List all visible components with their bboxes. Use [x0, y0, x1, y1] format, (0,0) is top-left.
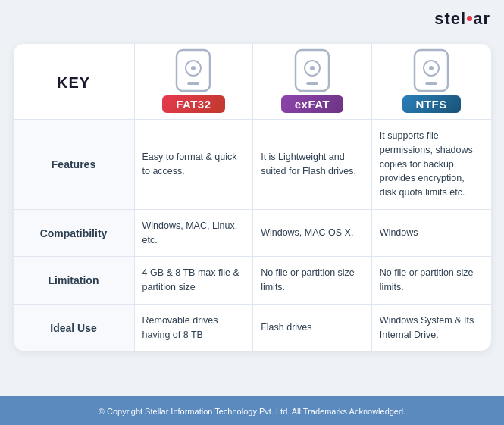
svg-point-10: [429, 66, 434, 70]
key-label: KEY: [57, 74, 90, 92]
data-cell: It supports file permissions, shadows co…: [372, 120, 491, 209]
key-cell: KEY: [14, 44, 135, 119]
fs-header-fat32: FAT32: [135, 44, 254, 119]
drive-icon-exfat: [293, 48, 332, 92]
svg-point-2: [191, 66, 196, 70]
data-cell: Windows, MAC OS X.: [253, 210, 372, 257]
logo: stelar: [434, 9, 490, 29]
logo-dot: [467, 16, 472, 21]
row-label: Ideal Use: [50, 322, 96, 334]
table-row: CompatibilityWindows, MAC, Linux, etc.Wi…: [14, 210, 491, 258]
table-row: FeaturesEasy to format & quick to access…: [14, 120, 491, 210]
data-cell: Removable drives having of 8 TB: [135, 305, 254, 352]
row-label: Limitation: [49, 274, 99, 286]
ntfs-badge: NTFS: [402, 95, 461, 113]
fs-header-exfat: exFAT: [253, 44, 372, 119]
data-cell: No file or partition size limits.: [253, 257, 372, 304]
data-cell: Windows System & Its Internal Drive.: [372, 305, 491, 352]
row-label: Compatibility: [40, 227, 108, 239]
table-row: Ideal UseRemovable drives having of 8 TB…: [14, 305, 491, 352]
exfat-badge: exFAT: [281, 95, 343, 113]
main-card: KEY FAT32 exFAT: [14, 44, 491, 351]
data-cell: It is Lightweight and suited for Flash d…: [253, 120, 372, 209]
drive-icon-fat32: [174, 48, 213, 92]
row-label-cell: Ideal Use: [14, 305, 135, 352]
row-label: Features: [52, 158, 95, 170]
page-wrapper: FILE SYSTEM stelar KEY FAT32: [0, 0, 504, 425]
row-label-cell: Limitation: [14, 257, 135, 304]
fs-header-ntfs: NTFS: [372, 44, 491, 119]
svg-point-6: [310, 66, 315, 70]
svg-rect-7: [306, 82, 318, 85]
table-body: FeaturesEasy to format & quick to access…: [14, 120, 491, 351]
drive-icon-ntfs: [412, 48, 451, 92]
data-cell: 4 GB & 8 TB max file & partition size: [135, 257, 254, 304]
row-label-cell: Compatibility: [14, 210, 135, 257]
svg-rect-3: [187, 82, 199, 85]
footer: © Copyright Stellar Information Technolo…: [0, 396, 504, 425]
data-cell: Flash drives: [253, 305, 372, 352]
data-cell: Windows: [372, 210, 491, 257]
data-cell: Easy to format & quick to access.: [135, 120, 254, 209]
data-cell: No file or partition size limits.: [372, 257, 491, 304]
fat32-badge: FAT32: [162, 95, 224, 113]
header-row: KEY FAT32 exFAT: [14, 44, 491, 120]
footer-text: © Copyright Stellar Information Technolo…: [99, 407, 405, 416]
logo-text: stelar: [434, 9, 490, 29]
table-row: Limitation4 GB & 8 TB max file & partiti…: [14, 257, 491, 305]
row-label-cell: Features: [14, 120, 135, 209]
data-cell: Windows, MAC, Linux, etc.: [135, 210, 254, 257]
svg-rect-11: [425, 82, 437, 85]
